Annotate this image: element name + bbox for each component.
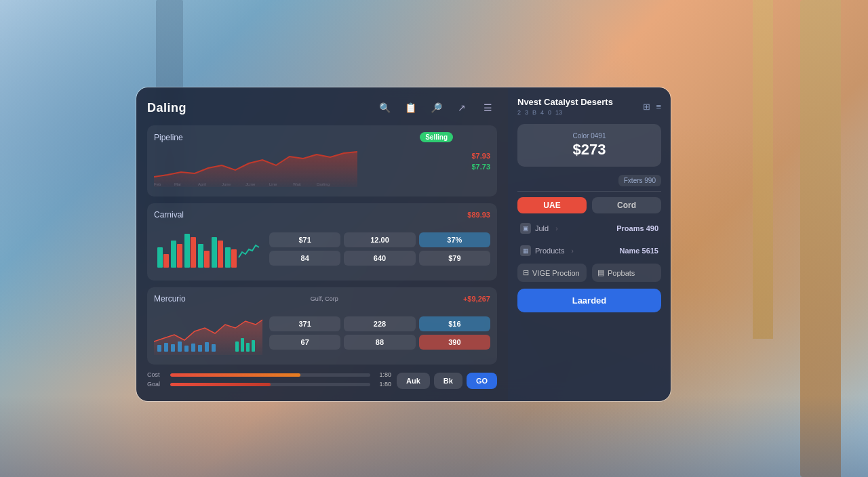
- mercurio-section: Mercurio Gulf, Corp +$9,267: [147, 287, 497, 365]
- laarded-button[interactable]: Laarded: [517, 289, 661, 312]
- progress-val-1: 1:80: [374, 371, 391, 378]
- stat-371: 371: [269, 316, 340, 331]
- stat-37pct: 37%: [419, 232, 490, 247]
- carnival-stats: $71 12.00 37% 84 640 $79: [269, 232, 490, 266]
- svg-rect-13: [191, 237, 196, 268]
- svg-rect-29: [235, 341, 239, 352]
- bottom-row: Cost 1:80 Goal 1:80 Auk Bk GO: [147, 371, 497, 390]
- svg-rect-22: [171, 344, 175, 352]
- search-button[interactable]: 🔍: [375, 98, 394, 117]
- menu-button[interactable]: ☰: [478, 98, 497, 117]
- rp-title: Nvest Catalyst Deserts: [517, 97, 613, 107]
- stat-390: 390: [419, 335, 490, 350]
- settings-icon[interactable]: ≡: [656, 102, 661, 112]
- svg-text:Feb: Feb: [154, 182, 161, 186]
- value-card: Color 0491 $273: [517, 124, 661, 167]
- main-dashboard-card: Daling 🔍 📋 🔎 ↗ ☰ Pipeline Selling: [136, 87, 671, 402]
- separator-1: [517, 191, 661, 192]
- filter-icon[interactable]: ⊞: [643, 102, 650, 112]
- svg-rect-30: [241, 338, 244, 352]
- progress-val-2: 1:80: [374, 381, 391, 388]
- value-label: Color 0491: [526, 132, 653, 140]
- mercurio-main-val: +$9,267: [463, 295, 490, 303]
- popbats-button[interactable]: ▤ Popbats: [592, 264, 661, 282]
- pipeline-chart: Feb Mar April June JLine Line Wait Darli…: [154, 146, 357, 187]
- fxters-tag: Fxters 990: [618, 175, 661, 186]
- selling-badge: Selling: [420, 132, 453, 142]
- vige-proction-button[interactable]: ⊟ VIGE Proction: [517, 264, 587, 282]
- action-buttons: Auk Bk GO: [397, 373, 497, 389]
- vige-icon: ⊟: [523, 268, 529, 277]
- action-row: ⊟ VIGE Proction ▤ Popbats: [517, 264, 661, 282]
- svg-rect-28: [212, 344, 216, 352]
- svg-text:JLine: JLine: [245, 182, 256, 186]
- products-label: Products: [535, 247, 564, 255]
- svg-rect-16: [212, 237, 217, 268]
- list-item-products[interactable]: ▦ Products › Name 5615: [517, 241, 661, 260]
- stat-84: 84: [269, 251, 340, 266]
- carnival-chart: [154, 224, 262, 271]
- popbats-icon: ▤: [597, 268, 604, 277]
- svg-rect-20: [157, 345, 161, 352]
- list-item-juld[interactable]: ▣ Juld › Proams 490: [517, 219, 661, 238]
- svg-rect-10: [171, 241, 176, 268]
- svg-rect-27: [205, 342, 209, 352]
- clipboard-button[interactable]: 📋: [401, 98, 420, 117]
- rp-icons: ⊞ ≡: [643, 102, 661, 112]
- juld-chevron: ›: [555, 225, 557, 232]
- pipeline-section: Pipeline Selling Feb: [147, 125, 497, 196]
- pipeline-val1: $7.93: [471, 152, 490, 160]
- svg-rect-26: [198, 345, 202, 352]
- svg-rect-17: [218, 241, 223, 268]
- svg-text:June: June: [222, 182, 231, 186]
- progress-fill-2: [170, 383, 271, 386]
- bk-button[interactable]: Bk: [434, 373, 462, 389]
- products-chevron: ›: [571, 247, 573, 255]
- progress-bar-1: [170, 373, 370, 377]
- stat-79: $79: [419, 251, 490, 266]
- svg-rect-14: [198, 244, 203, 268]
- svg-rect-25: [191, 344, 195, 352]
- svg-text:Wait: Wait: [293, 182, 301, 186]
- go-button[interactable]: GO: [467, 373, 497, 389]
- progress-label-2: Goal: [147, 381, 166, 388]
- juld-icon: ▣: [520, 223, 531, 234]
- tag-row: UAE Cord: [517, 197, 661, 213]
- value-amount: $273: [526, 141, 653, 159]
- right-panel: Nvest Catalyst Deserts 2 3 B 4 0 13 ⊞ ≡ …: [508, 87, 671, 401]
- page-title: Daling: [147, 101, 186, 115]
- svg-rect-21: [164, 343, 168, 352]
- carnival-main-val: $89.93: [467, 211, 490, 219]
- mercurio-sub: Gulf, Corp: [311, 295, 338, 302]
- mercurio-chart: [154, 308, 262, 355]
- svg-rect-9: [163, 254, 169, 268]
- left-panel: Daling 🔍 📋 🔎 ↗ ☰ Pipeline Selling: [136, 87, 508, 401]
- progress-fill-1: [170, 373, 300, 377]
- uae-tag[interactable]: UAE: [517, 197, 587, 213]
- svg-rect-24: [184, 346, 189, 352]
- products-icon: ▦: [520, 245, 531, 256]
- share-button[interactable]: ↗: [452, 98, 471, 117]
- svg-rect-32: [252, 340, 255, 352]
- carnival-section: Carnival $89.93: [147, 203, 497, 281]
- left-header: Daling 🔍 📋 🔎 ↗ ☰: [147, 98, 497, 117]
- pipeline-val2: $7.73: [471, 163, 490, 171]
- pipeline-title: Pipeline: [154, 133, 183, 142]
- stat-67: 67: [269, 335, 340, 350]
- mercurio-stats: 371 228 $16 67 88 390: [269, 316, 490, 350]
- header-icons: 🔍 📋 🔎 ↗ ☰: [375, 98, 497, 117]
- svg-text:Darling: Darling: [317, 182, 330, 186]
- progress-label-1: Cost: [147, 371, 166, 378]
- filter-button[interactable]: 🔎: [427, 98, 446, 117]
- svg-text:Mar: Mar: [174, 182, 181, 186]
- products-value: Name 5615: [620, 247, 659, 255]
- cord-tag[interactable]: Cord: [592, 197, 661, 213]
- rp-header: Nvest Catalyst Deserts 2 3 B 4 0 13 ⊞ ≡: [517, 97, 661, 116]
- stat-s71: $71: [269, 232, 340, 247]
- auk-button[interactable]: Auk: [397, 373, 430, 389]
- svg-text:April: April: [198, 182, 206, 186]
- stat-228: 228: [344, 316, 415, 331]
- svg-rect-15: [204, 251, 210, 268]
- svg-text:Line: Line: [269, 182, 277, 186]
- svg-rect-19: [231, 249, 237, 268]
